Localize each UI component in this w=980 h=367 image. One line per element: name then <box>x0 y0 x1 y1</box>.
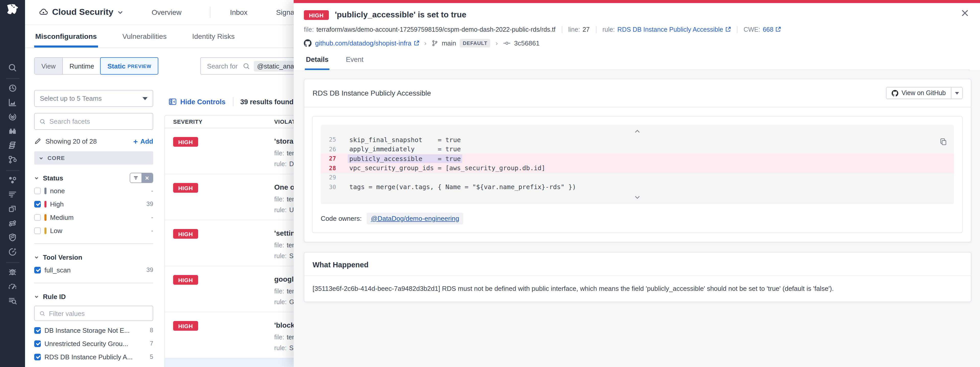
checkbox[interactable] <box>34 266 41 273</box>
bug-icon[interactable] <box>8 267 18 277</box>
watchdog-binoculars-icon[interactable] <box>8 126 18 136</box>
code-line: 30tags = merge(var.tags, { Name = "${var… <box>321 182 954 191</box>
facet-item[interactable]: DB Instance Storage Not E...8 <box>34 324 153 337</box>
add-facet-button[interactable]: +Add <box>133 137 153 145</box>
code-text: apply_immediately = true <box>349 145 461 153</box>
default-branch-badge: DEFAULT <box>460 38 490 47</box>
facet-sidebar: Select up to 5 Teams Showing 20 of 28 +A… <box>34 90 153 367</box>
facet-item-count: - <box>151 214 153 221</box>
history-icon[interactable] <box>8 83 18 93</box>
expand-down-button[interactable] <box>321 194 954 201</box>
close-icon[interactable] <box>961 9 969 17</box>
plus-icon: + <box>133 137 138 145</box>
facet-item[interactable]: Low- <box>34 224 153 237</box>
search-query-token[interactable]: @static_ana <box>254 61 297 71</box>
breadcrumb-chevron: › <box>424 39 426 47</box>
clear-facet-button[interactable]: ✕ <box>142 173 153 182</box>
search-facets-input[interactable] <box>49 118 148 125</box>
checkbox[interactable] <box>34 327 41 333</box>
header-divider <box>232 97 233 106</box>
nav-divider <box>210 6 211 18</box>
nav-inbox[interactable]: Inbox <box>230 8 248 16</box>
rail-divider <box>6 170 19 171</box>
panel-body: RDS DB Instance Publicly Accessible View… <box>294 70 980 367</box>
filter-icon <box>133 176 138 180</box>
code-text: skip_final_snapshot = true <box>349 136 461 144</box>
facet-header-rule-id[interactable]: Rule ID <box>34 290 153 303</box>
filter-facet-button[interactable] <box>130 173 142 182</box>
facet-item[interactable]: Medium- <box>34 211 153 224</box>
view-on-github-button[interactable]: View on GitHub <box>886 87 963 99</box>
external-link-icon <box>725 27 731 32</box>
facet-item[interactable]: Google Storage Bucket Lev...4 <box>34 364 153 367</box>
github-icon <box>892 90 899 96</box>
github-button-caret[interactable] <box>951 88 962 99</box>
checkbox[interactable] <box>34 214 41 220</box>
layers-icon[interactable] <box>8 140 18 150</box>
apps-windows-icon[interactable] <box>8 204 18 214</box>
chevron-down-icon <box>34 176 39 180</box>
file-value: ter <box>287 333 294 341</box>
teams-select[interactable]: Select up to 5 Teams <box>34 90 153 107</box>
meta-label: rule: <box>274 298 287 305</box>
severity-color-bar <box>45 187 46 194</box>
code-block: 25skip_final_snapshot = true26apply_imme… <box>321 125 954 204</box>
meta-label: file: <box>274 196 284 203</box>
runtime-toggle-button[interactable]: Runtime <box>63 58 101 74</box>
datadog-logo-icon[interactable] <box>5 3 20 18</box>
cwe-link[interactable]: 668 <box>763 26 781 33</box>
github-icon <box>304 39 312 47</box>
panel-tab-details[interactable]: Details <box>305 56 329 70</box>
meta-label: file: <box>274 241 284 249</box>
search-icon[interactable] <box>8 63 18 73</box>
checkbox[interactable] <box>34 187 41 194</box>
copy-icon[interactable] <box>940 138 947 146</box>
facet-filter-controls: ✕ <box>130 173 153 183</box>
infrastructure-hexagons-icon[interactable] <box>8 176 18 185</box>
product-switcher[interactable]: Cloud Security <box>39 7 123 18</box>
facet-item[interactable]: High39 <box>34 197 153 211</box>
facet-header-status[interactable]: Status ✕ <box>34 172 153 184</box>
nav-overview[interactable]: Overview <box>152 8 181 16</box>
expand-up-button[interactable] <box>321 128 954 135</box>
performance-gauge-icon[interactable] <box>8 282 18 291</box>
tab-vulnerabilities[interactable]: Vulnerabilities <box>121 32 167 48</box>
checkbox[interactable] <box>34 340 41 347</box>
status-facet-items: none-High39Medium-Low- <box>34 184 153 237</box>
facet-header-tool-version[interactable]: Tool Version <box>34 251 153 263</box>
panel-tab-event[interactable]: Event <box>345 56 364 70</box>
repo-link[interactable]: github.com/datadog/shopist-infra <box>315 39 419 47</box>
facet-item[interactable]: Unrestricted Security Grou...7 <box>34 337 153 350</box>
core-group-header[interactable]: CORE <box>34 151 153 164</box>
logs-icon[interactable] <box>8 190 18 199</box>
severity-cell: HIGH <box>165 220 274 266</box>
tab-misconfigurations[interactable]: Misconfigurations <box>34 32 98 48</box>
filter-values-input[interactable] <box>49 310 148 317</box>
checkbox[interactable] <box>34 227 41 234</box>
workflow-icon[interactable] <box>8 155 18 164</box>
pencil-icon[interactable] <box>34 137 41 145</box>
tab-identity-risks[interactable]: Identity Risks <box>191 32 236 48</box>
gauge-sparkle-icon[interactable] <box>8 247 18 257</box>
static-toggle-button[interactable]: Static PREVIEW <box>100 57 159 75</box>
facet-item[interactable]: RDS DB Instance Publicly A...5 <box>34 350 153 364</box>
facet-item-count: 8 <box>150 327 153 334</box>
security-shield-icon[interactable] <box>8 233 18 242</box>
search-icon <box>39 310 45 317</box>
checkbox[interactable] <box>34 353 41 360</box>
facet-item[interactable]: none- <box>34 184 153 197</box>
chevron-down-icon <box>34 255 39 259</box>
hide-controls-button[interactable]: Hide Controls <box>169 97 226 106</box>
code-owners-link[interactable]: @DataDog/demo-engineering <box>367 212 463 224</box>
metrics-icon[interactable] <box>8 97 18 107</box>
apm-radar-icon[interactable] <box>8 112 18 122</box>
audit-search-icon[interactable] <box>8 296 18 306</box>
code-line: 25skip_final_snapshot = true <box>321 135 954 144</box>
facet-item[interactable]: full_scan39 <box>34 263 153 276</box>
breadcrumb-chevron: › <box>496 39 498 47</box>
facet-item-label: Medium <box>50 214 74 221</box>
severity-badge: HIGH <box>173 275 198 285</box>
rule-link[interactable]: RDS DB Instance Publicly Accessible <box>617 26 731 33</box>
ci-pipelines-icon[interactable] <box>8 218 18 228</box>
checkbox[interactable] <box>34 201 41 207</box>
